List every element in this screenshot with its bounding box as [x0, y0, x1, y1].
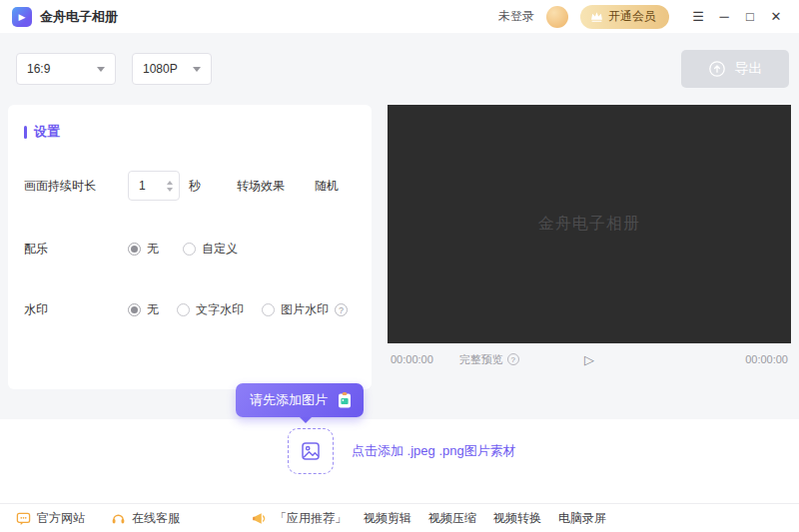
aspect-ratio-value: 16:9: [27, 62, 50, 76]
app-recommend-label: 「应用推荐」: [275, 510, 347, 527]
settings-title: 设置: [34, 123, 60, 141]
footer-links: 视频剪辑 视频压缩 视频转换 电脑录屏: [364, 510, 606, 527]
official-site-label: 官方网站: [37, 510, 85, 527]
megaphone-icon: [252, 511, 268, 526]
toolbar: 16:9 1080P 导出: [0, 33, 799, 105]
online-support-label: 在线客服: [132, 510, 180, 527]
window-controls: ☰ ─ □ ✕: [685, 4, 789, 30]
headset-icon: [111, 511, 126, 526]
full-preview-toggle[interactable]: 完整预览 ?: [459, 352, 519, 367]
music-option-none[interactable]: 无: [128, 241, 159, 258]
watermark-label: 水印: [24, 301, 128, 318]
preview-panel: 金舟电子相册 00:00:00 完整预览 ? ▷ 00:00:00: [388, 105, 791, 389]
footer-link-screen-record[interactable]: 电脑录屏: [558, 510, 606, 527]
duration-label: 画面持续时长: [24, 178, 128, 195]
chevron-down-icon: [193, 67, 201, 72]
watermark-option-text[interactable]: 文字水印: [177, 301, 244, 318]
chat-bubble-icon: [16, 511, 31, 526]
music-option-custom[interactable]: 自定义: [183, 241, 238, 258]
close-icon[interactable]: ✕: [763, 4, 789, 30]
resolution-select[interactable]: 1080P: [132, 53, 212, 85]
transition-select[interactable]: 随机: [315, 178, 339, 195]
app-logo-icon: ▶: [12, 7, 32, 27]
radio-label: 自定义: [202, 241, 238, 258]
online-support-link[interactable]: 在线客服: [111, 510, 180, 527]
add-images-button[interactable]: [288, 428, 334, 474]
minimize-icon[interactable]: ─: [711, 4, 737, 30]
avatar[interactable]: [546, 6, 568, 28]
titlebar: ▶ 金舟电子相册 未登录 开通会员 ☰ ─ □ ✕: [0, 0, 799, 33]
aspect-ratio-select[interactable]: 16:9: [16, 53, 116, 85]
music-label: 配乐: [24, 241, 128, 258]
duration-input[interactable]: 1: [128, 171, 180, 201]
full-preview-label: 完整预览: [459, 352, 503, 367]
tooltip-text: 请先添加图片: [250, 391, 328, 409]
footer-link-video-compress[interactable]: 视频压缩: [428, 510, 476, 527]
export-button[interactable]: 导出: [681, 50, 789, 88]
radio-label: 无: [147, 241, 159, 258]
crown-icon: [590, 11, 603, 22]
app-recommend-link[interactable]: 「应用推荐」: [252, 510, 347, 527]
chevron-down-icon: [97, 67, 105, 72]
stepper-up-icon[interactable]: [167, 181, 173, 185]
official-site-link[interactable]: 官方网站: [16, 510, 85, 527]
full-preview-help-icon[interactable]: ?: [507, 353, 519, 365]
app-title: 金舟电子相册: [40, 8, 118, 26]
duration-stepper[interactable]: [167, 181, 173, 192]
watermark-option-image[interactable]: 图片水印: [262, 301, 329, 318]
radio-icon: [128, 303, 141, 316]
play-button[interactable]: ▷: [584, 352, 594, 367]
timeline-bar: 00:00:00 完整预览 ? ▷ 00:00:00: [388, 343, 791, 375]
footer-link-video-convert[interactable]: 视频转换: [493, 510, 541, 527]
add-images-tooltip: 请先添加图片: [236, 383, 364, 417]
watermark-option-none[interactable]: 无: [128, 301, 159, 318]
add-image-icon: [300, 440, 322, 462]
membership-button[interactable]: 开通会员: [580, 5, 669, 29]
duration-unit: 秒: [189, 178, 201, 195]
duration-value: 1: [139, 179, 167, 193]
export-icon: [708, 60, 726, 78]
transition-label: 转场效果: [237, 178, 285, 195]
clipboard-image-icon: [336, 391, 354, 409]
radio-label: 文字水印: [196, 301, 244, 318]
radio-icon: [177, 303, 190, 316]
login-status[interactable]: 未登录: [498, 8, 534, 25]
main-area: 16:9 1080P 导出 设置 画面持续时长 1: [0, 33, 799, 419]
radio-icon: [262, 303, 275, 316]
membership-label: 开通会员: [608, 8, 656, 25]
settings-header: 设置: [24, 123, 356, 141]
resolution-value: 1080P: [143, 62, 178, 76]
total-time: 00:00:00: [745, 353, 788, 365]
section-marker: [24, 126, 27, 139]
preview-watermark-text: 金舟电子相册: [538, 214, 640, 235]
radio-label: 无: [147, 301, 159, 318]
current-time: 00:00:00: [391, 353, 433, 365]
export-label: 导出: [735, 60, 763, 78]
watermark-help-icon[interactable]: ?: [335, 303, 348, 316]
footer: 官方网站 在线客服 「应用推荐」 视频剪辑 视频压缩 视频转换 电脑录屏: [0, 503, 799, 532]
stepper-down-icon[interactable]: [167, 188, 173, 192]
maximize-icon[interactable]: □: [737, 4, 763, 30]
menu-icon[interactable]: ☰: [685, 4, 711, 30]
preview-canvas: 金舟电子相册: [388, 105, 791, 343]
add-images-hint[interactable]: 点击添加 .jpeg .png图片素材: [352, 442, 516, 460]
radio-icon: [183, 243, 196, 256]
radio-label: 图片水印: [281, 301, 329, 318]
settings-panel: 设置 画面持续时长 1 秒 转场效果 随机 配乐: [8, 105, 372, 389]
add-section: 请先添加图片 点击添加 .jpeg .png图片素材: [0, 419, 799, 503]
footer-link-video-edit[interactable]: 视频剪辑: [364, 510, 411, 527]
radio-icon: [128, 243, 141, 256]
